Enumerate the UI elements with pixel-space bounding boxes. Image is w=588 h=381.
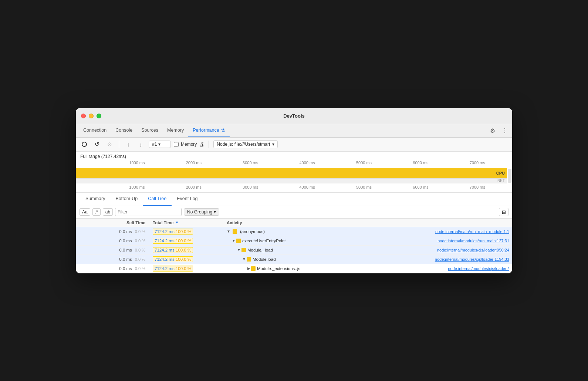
memory-toggle[interactable]: Memory 🖨 <box>174 141 204 147</box>
tab-summary[interactable]: Summary <box>80 192 110 206</box>
fullscreen-button[interactable] <box>97 114 101 118</box>
cell-activity-0: ▼ (anonymous) node:internal/main/run_mai… <box>224 228 512 235</box>
cpu-row: CPU NET <box>76 168 512 183</box>
tab-connection[interactable]: Connection <box>79 124 111 137</box>
range-label: Full range (7127.42ms) <box>76 152 512 159</box>
action-bar: ↺ ⊘ ↑ ↓ #1 ▾ Memory 🖨 Node.js: file:///U… <box>76 138 512 152</box>
fn-link-3[interactable]: node:internal/modules/cjs/loader:1194:33 <box>435 257 509 262</box>
grouping-select[interactable]: No Grouping ▾ <box>184 208 219 216</box>
header-self-time: Self Time <box>76 219 150 227</box>
cell-activity-3: ▼ Module.load node:internal/modules/cjs/… <box>224 256 512 263</box>
filter-bar: Aa .* ab No Grouping ▾ ⊟ <box>76 206 512 219</box>
cell-self-0: 0.0 ms 0.0 % <box>76 228 150 235</box>
scrollbar-vertical[interactable] <box>508 169 511 183</box>
close-button[interactable] <box>81 114 86 118</box>
fn-link-0[interactable]: node:internal/main/run_main_module:1:1 <box>435 229 509 234</box>
fn-link-4[interactable]: node:internal/modules/cjs/loader:* <box>448 266 509 271</box>
memory-icon: 🖨 <box>199 141 204 147</box>
more-menu-button[interactable]: ⋮ <box>500 127 509 135</box>
tab-console[interactable]: Console <box>111 124 137 137</box>
download-button[interactable]: ↓ <box>136 139 146 149</box>
secondary-tab-bar: Summary Bottom-Up Call Tree Event Log <box>76 193 512 206</box>
session-dropdown-icon: ▾ <box>158 142 160 147</box>
tab-call-tree[interactable]: Call Tree <box>143 192 172 206</box>
tab-memory[interactable]: Memory <box>163 124 188 137</box>
mark-b-6000: 6000 ms <box>413 185 428 189</box>
traffic-lights <box>81 114 101 118</box>
header-total-time[interactable]: Total Time ▼ <box>150 219 224 227</box>
mark-b-3000: 3000 ms <box>243 185 258 189</box>
timeline-container: Full range (7127.42ms) 1000 ms 2000 ms 3… <box>76 152 512 193</box>
record-button[interactable] <box>80 139 89 149</box>
cell-self-2: 0.0 ms 0.0 % <box>76 246 150 254</box>
mark-2000: 2000 ms <box>186 161 202 165</box>
expand-icon-3[interactable]: ▼ <box>242 257 246 261</box>
separator-2 <box>209 141 209 148</box>
time-ruler-top: 1000 ms 2000 ms 3000 ms 4000 ms 5000 ms … <box>76 159 512 168</box>
sort-icon: ▼ <box>175 220 179 225</box>
filter-input[interactable] <box>115 208 182 216</box>
separator-1 <box>119 141 119 148</box>
clear-button[interactable]: ⊘ <box>105 139 114 149</box>
net-bar: NET <box>76 178 507 183</box>
mark-5000: 5000 ms <box>356 161 372 165</box>
settings-button[interactable]: ⚙ <box>489 127 497 135</box>
mark-1000: 1000 ms <box>129 161 145 165</box>
cell-total-1: 7124.2 ms 100.0 % <box>150 236 224 245</box>
mark-b-5000: 5000 ms <box>356 185 372 189</box>
toolbar-actions: ⚙ ⋮ <box>489 127 509 135</box>
fn-link-1[interactable]: node:internal/modules/run_main:127:31 <box>437 239 509 243</box>
cell-self-1: 0.0 ms 0.0 % <box>76 237 150 245</box>
cell-total-0: 7124.2 ms 100.0 % <box>150 227 224 236</box>
table-row: 0.0 ms 0.0 % 7124.2 ms 100.0 % ▼ Module.… <box>76 255 512 264</box>
cell-self-3: 0.0 ms 0.0 % <box>76 256 150 263</box>
expand-icon-4[interactable]: ▶ <box>247 266 250 270</box>
expand-icon-0[interactable]: ▼ <box>227 229 230 233</box>
cell-self-4: 0.0 ms 0.0 % <box>76 265 150 272</box>
panel-toggle-button[interactable]: ⊟ <box>499 208 508 216</box>
session-selector[interactable]: #1 ▾ <box>149 141 171 148</box>
expand-icon-2[interactable]: ▼ <box>237 248 241 252</box>
expand-icon-1[interactable]: ▼ <box>232 239 236 243</box>
mark-4000: 4000 ms <box>299 161 315 165</box>
minimize-button[interactable] <box>89 114 94 118</box>
main-tab-bar: Connection Console Sources Memory Perfor… <box>76 124 512 138</box>
cell-activity-2: ▼ Module._load node:internal/modules/cjs… <box>224 246 512 254</box>
fn-link-2[interactable]: node:internal/modules/cjs/loader:950:24 <box>437 248 509 252</box>
titlebar: DevTools <box>76 108 512 124</box>
table-row: 0.0 ms 0.0 % 7124.2 ms 100.0 % ▼ execute… <box>76 236 512 246</box>
mark-7000: 7000 ms <box>470 161 485 165</box>
upload-button[interactable]: ↑ <box>124 139 133 149</box>
cell-total-4: 7124.2 ms 100.0 % <box>150 264 224 273</box>
call-tree-table: Self Time Total Time ▼ Activity 0.0 ms 0… <box>76 219 512 273</box>
devtools-window: DevTools Connection Console Sources Memo… <box>76 108 512 273</box>
memory-checkbox-input[interactable] <box>174 142 179 147</box>
table-row: 0.0 ms 0.0 % 7124.2 ms 100.0 % ▼ (anonym… <box>76 227 512 236</box>
node-dropdown-icon: ▾ <box>272 142 274 147</box>
activity-icon-4 <box>251 266 256 271</box>
tab-performance[interactable]: Performance ⚗ <box>188 124 230 137</box>
aa-button[interactable]: Aa <box>80 208 90 216</box>
tab-bottom-up[interactable]: Bottom-Up <box>110 192 143 206</box>
mark-b-4000: 4000 ms <box>299 185 315 189</box>
window-title: DevTools <box>283 113 305 119</box>
cell-activity-1: ▼ executeUserEntryPoint node:internal/mo… <box>224 237 512 245</box>
activity-icon-0 <box>233 229 237 234</box>
cell-total-2: 7124.2 ms 100.0 % <box>150 246 224 254</box>
activity-icon-1 <box>236 239 241 243</box>
refresh-button[interactable]: ↺ <box>92 139 102 149</box>
time-ruler-bottom: 1000 ms 2000 ms 3000 ms 4000 ms 5000 ms … <box>76 183 512 192</box>
mark-b-2000: 2000 ms <box>186 185 202 189</box>
cell-activity-4: ▶ Module._extensions..js node:internal/m… <box>224 265 512 272</box>
node-selector[interactable]: Node.js: file:///Users/stmart ▾ <box>213 140 278 148</box>
tab-sources[interactable]: Sources <box>137 124 163 137</box>
ab-button[interactable]: ab <box>103 208 113 216</box>
tab-event-log[interactable]: Event Log <box>172 192 203 206</box>
grouping-dropdown-icon: ▾ <box>214 209 216 215</box>
table-header: Self Time Total Time ▼ Activity <box>76 219 512 227</box>
mark-b-1000: 1000 ms <box>129 185 145 189</box>
mark-b-7000: 7000 ms <box>470 185 485 189</box>
mark-3000: 3000 ms <box>243 161 258 165</box>
activity-icon-3 <box>247 257 251 262</box>
regex-button[interactable]: .* <box>92 208 101 216</box>
